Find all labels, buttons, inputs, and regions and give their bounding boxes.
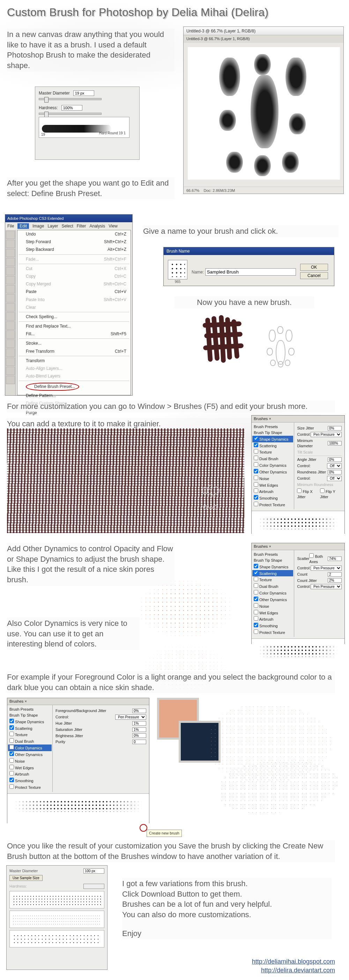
brush-option[interactable]: Airbrush	[10, 771, 50, 777]
brush-option[interactable]: Shape Dynamics	[10, 718, 50, 725]
brush-option[interactable]: Noise	[254, 475, 292, 482]
menu-item[interactable]: Stroke...	[18, 339, 131, 347]
flipx-check[interactable]: Flip X Jitter	[297, 488, 319, 500]
menu-edit[interactable]: Edit	[18, 223, 29, 229]
brush-stroke-preview[interactable]: 19 Hard Round 19 1	[39, 117, 129, 138]
brush-option[interactable]: Smoothing	[10, 777, 50, 784]
brush-option[interactable]: Color Dynamics	[254, 590, 292, 596]
control-select[interactable]: Pen Pressure	[115, 714, 146, 720]
menu-item[interactable]: Step BackwardAlt+Ctrl+Z	[18, 246, 131, 253]
brush-option[interactable]: Dual Brush	[254, 455, 292, 462]
menu-item[interactable]: Step ForwardShift+Ctrl+Z	[18, 238, 131, 246]
tool-icon[interactable]	[6, 321, 15, 330]
menu-item[interactable]: Check Spelling...	[18, 313, 131, 321]
bri-jitter-input[interactable]	[132, 733, 146, 738]
blog-link[interactable]: http://deliamihai.blogspot.com	[252, 958, 335, 965]
menu-item[interactable]: Transform	[18, 357, 131, 364]
cancel-button[interactable]: Cancel	[300, 272, 328, 279]
brush-option[interactable]: Protect Texture	[10, 784, 50, 791]
tool-icon[interactable]	[6, 276, 15, 284]
brush-option[interactable]: Scattering	[10, 725, 50, 732]
tool-icon[interactable]	[6, 267, 15, 275]
tool-icon[interactable]	[6, 312, 15, 321]
tool-icon[interactable]	[6, 240, 15, 248]
hardness-slider[interactable]	[39, 113, 102, 115]
hardness-input[interactable]	[61, 105, 82, 111]
brush-option[interactable]: Brush Tip Shape	[254, 557, 292, 563]
brush-option[interactable]: Other Dynamics	[10, 751, 50, 758]
brush-option[interactable]: Shape Dynamics	[254, 563, 292, 570]
tool-icon[interactable]	[6, 294, 15, 302]
brush-option[interactable]: Brush Presets	[254, 552, 292, 557]
panel-tab[interactable]: Brushes ×	[7, 698, 149, 705]
tool-icon[interactable]	[6, 376, 15, 384]
menu-select[interactable]: Select	[61, 223, 73, 229]
menu-item[interactable]: Define Pattern...	[18, 392, 131, 399]
menu-filter[interactable]: Filter	[77, 223, 86, 229]
canvas-tab[interactable]: Untitled-3 @ 66.7% (Layer 1, RGB/8)	[183, 35, 343, 43]
tool-icon[interactable]	[6, 249, 15, 257]
both-axes-check[interactable]: Both Axes	[309, 553, 328, 565]
brush-variation[interactable]	[10, 891, 104, 908]
brush-option[interactable]: Scattering	[254, 442, 292, 449]
menubar[interactable]: File Edit Image Layer Select Filter Anal…	[5, 222, 132, 230]
menu-layer[interactable]: Layer	[48, 223, 58, 229]
brush-option[interactable]: Wet Edges	[10, 764, 50, 771]
tool-icon[interactable]	[6, 367, 15, 375]
use-sample-size-button[interactable]: Use Sample Size	[10, 875, 43, 881]
brush-option[interactable]: Other Dynamics	[254, 596, 292, 603]
min-diameter-input[interactable]	[328, 441, 342, 445]
menu-image[interactable]: Image	[32, 223, 44, 229]
brush-option[interactable]: Wet Edges	[254, 482, 292, 488]
menu-item[interactable]: Find and Replace Text...	[18, 322, 131, 330]
brush-option[interactable]: Texture	[10, 731, 50, 738]
menu-view[interactable]: View	[108, 223, 118, 229]
deviantart-link[interactable]: http://delira.deviantart.com	[261, 967, 335, 974]
menu-item[interactable]: PasteCtrl+V	[18, 288, 131, 296]
fgbg-jitter-input[interactable]	[132, 709, 146, 713]
size-jitter-input[interactable]	[328, 426, 342, 431]
flipy-check[interactable]: Flip Y Jitter	[320, 488, 342, 500]
brush-option[interactable]: Brush Presets	[10, 706, 50, 713]
control-select[interactable]: Pen Pressure	[311, 566, 342, 571]
brush-option[interactable]: Protect Texture	[254, 629, 292, 636]
brush-variation[interactable]	[10, 911, 104, 928]
purity-input[interactable]	[132, 740, 146, 744]
brush-option[interactable]: Brush Presets	[254, 424, 292, 430]
menu-file[interactable]: File	[7, 223, 14, 229]
tool-icon[interactable]	[6, 358, 15, 366]
brush-option[interactable]: Color Dynamics	[8, 745, 52, 751]
master-diameter-slider[interactable]	[39, 98, 102, 100]
brush-option[interactable]: Airbrush	[254, 616, 292, 622]
count-jitter-input[interactable]	[328, 578, 342, 582]
brush-name-input[interactable]	[205, 268, 296, 275]
menu-item[interactable]: Free TransformCtrl+T	[18, 347, 131, 355]
angle-jitter-input[interactable]	[328, 457, 342, 462]
control-select2[interactable]: Off	[327, 463, 342, 469]
brush-option[interactable]: Texture	[254, 449, 292, 455]
menu-item[interactable]: Fill...Shift+F5	[18, 330, 131, 338]
hue-jitter-input[interactable]	[132, 721, 146, 725]
brush-option[interactable]: Texture	[254, 576, 292, 583]
brush-option[interactable]: Dual Brush	[10, 738, 50, 745]
brush-option[interactable]: Color Dynamics	[254, 462, 292, 469]
panel-tab[interactable]: Brushes ×	[252, 543, 344, 550]
control-select[interactable]: Pen Pressure	[311, 584, 342, 589]
tool-icon[interactable]	[6, 258, 15, 266]
roundness-jitter-input[interactable]	[328, 470, 342, 474]
master-input[interactable]	[83, 869, 104, 873]
tool-icon[interactable]	[6, 339, 15, 348]
tool-icon[interactable]	[6, 285, 15, 293]
brush-option[interactable]: Brush Tip Shape	[10, 713, 50, 718]
brush-option[interactable]: Noise	[10, 758, 50, 764]
tool-icon[interactable]	[6, 231, 15, 239]
brush-option[interactable]: Smoothing	[254, 622, 292, 629]
brush-option[interactable]: Brush Tip Shape	[254, 430, 292, 436]
brush-option[interactable]: Shape Dynamics	[252, 436, 293, 442]
tool-icon[interactable]	[6, 303, 15, 312]
control-select[interactable]: Pen Pressure	[311, 432, 342, 437]
sat-jitter-input[interactable]	[132, 727, 146, 732]
ok-button[interactable]: OK	[300, 264, 328, 271]
menu-analysis[interactable]: Analysis	[89, 223, 105, 229]
brush-variation[interactable]	[10, 930, 104, 948]
